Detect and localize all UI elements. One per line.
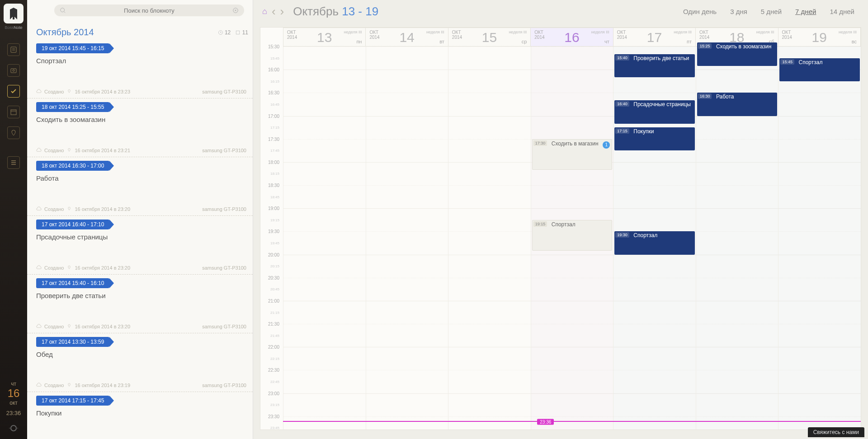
event-title: Сходить в магазин (552, 140, 599, 147)
note-tag: 17 окт 2014 16:40 - 17:10 (36, 220, 109, 229)
event-title: Спортзал (552, 221, 576, 228)
clear-icon[interactable] (232, 7, 239, 14)
sidebar-check-icon[interactable] (7, 85, 20, 98)
view-tab-1[interactable]: 3 дня (730, 8, 747, 15)
contact-button[interactable]: Свяжитесь с нами (808, 427, 864, 437)
day-header[interactable]: ОКТ201415неделя IIIср (448, 28, 531, 47)
day-column[interactable] (283, 47, 366, 430)
calendar-event[interactable]: 19:30Спортзал (614, 231, 695, 254)
prev-arrow[interactable]: ‹ (272, 5, 276, 19)
search-input[interactable] (66, 7, 232, 14)
calendar-event[interactable]: 19:15Спортзал (532, 220, 613, 251)
svg-rect-3 (11, 110, 16, 115)
time-sublabel: 17:15 (270, 126, 279, 130)
time-sublabel: 19:15 (270, 218, 279, 222)
sidebar-calendar-icon[interactable] (7, 106, 20, 118)
day-column[interactable] (366, 47, 448, 430)
note-card[interactable]: 18 окт 2014 16:30 - 17:00 Работа Создано… (27, 157, 253, 216)
day-header[interactable]: ОКТ201414неделя IIIвт (366, 28, 448, 47)
event-time: 19:30 (615, 232, 629, 238)
note-meta: Создано16 октября 2014 в 23:20 samsung G… (36, 324, 246, 329)
note-meta: Создано16 октября 2014 в 23:23 samsung G… (36, 89, 246, 94)
cloud-icon (36, 89, 42, 94)
note-card[interactable]: 17 окт 2014 13:30 - 13:59 Обед Создано16… (27, 333, 253, 392)
note-title: Работа (36, 174, 246, 182)
sidebar-date-widget: чт 16 окт 23:36 (0, 381, 27, 416)
note-title: Прсадочные страницы (36, 233, 246, 241)
search-box[interactable] (54, 5, 244, 16)
calendar-title: Октябрь 13 - 19 (293, 5, 378, 19)
event-time: 15:45 (780, 59, 794, 65)
time-label: 20:00 (268, 252, 279, 257)
notes-list[interactable]: 19 окт 2014 15:45 - 16:15 Спортзал Созда… (27, 40, 253, 439)
note-meta: Создано16 октября 2014 в 23:19 samsung G… (36, 383, 246, 388)
time-label: 19:30 (268, 229, 279, 234)
note-card[interactable]: 17 окт 2014 15:40 - 16:10 Проверить две … (27, 275, 253, 333)
note-tag: 17 окт 2014 17:15 - 17:45 (36, 396, 109, 406)
view-tab-3[interactable]: 7 дней (795, 8, 816, 15)
note-title: Сходить в зоомагазин (36, 116, 246, 123)
svg-point-2 (13, 70, 14, 71)
next-arrow[interactable]: › (280, 5, 284, 19)
time-grid: ОКТ201413неделя IIIпнОКТ201414неделя III… (260, 27, 861, 430)
calendar-event[interactable]: 17:15Покупки (614, 127, 695, 150)
sidebar-location-icon[interactable] (7, 126, 20, 139)
day-header[interactable]: ОКТ201413неделя IIIпн (283, 28, 366, 47)
pin-icon (66, 265, 72, 271)
sidebar-photo-icon[interactable] (7, 64, 20, 77)
event-time: 17:15 (615, 128, 629, 134)
search-icon (60, 7, 66, 14)
event-time: 17:30 (533, 140, 547, 146)
day-column[interactable] (448, 47, 531, 430)
day-header[interactable]: ОКТ201417неделя IIIпт (613, 28, 696, 47)
note-card[interactable]: 18 окт 2014 15:25 - 15:55 Сходить в зоом… (27, 98, 253, 157)
note-title: Спортзал (36, 57, 246, 65)
time-label: 16:30 (268, 90, 279, 95)
note-card[interactable]: 19 окт 2014 15:45 - 16:15 Спортзал Созда… (27, 40, 253, 98)
sidebar-list-icon[interactable] (7, 156, 20, 169)
day-column[interactable]: 17:30Сходить в магазин119:15Спортзал (531, 47, 613, 430)
time-sublabel: 16:45 (270, 102, 279, 106)
note-meta: Создано16 октября 2014 в 23:20 samsung G… (36, 206, 246, 212)
home-icon[interactable]: ⌂ (262, 7, 267, 16)
calendar-event[interactable]: 15:40Проверить две статьи (614, 54, 695, 77)
pin-icon (66, 206, 72, 212)
day-header[interactable]: ОКТ201416неделя IIIчт (531, 28, 613, 47)
view-tab-4[interactable]: 14 дней (830, 8, 854, 15)
note-meta: Создано16 октября 2014 в 23:21 samsung G… (36, 148, 246, 153)
note-tag: 17 окт 2014 15:40 - 16:10 (36, 278, 109, 288)
pin-icon (66, 383, 72, 388)
calendar-event[interactable]: 17:30Сходить в магазин1 (532, 139, 613, 170)
app-logo[interactable] (4, 4, 24, 23)
event-title: Спортзал (633, 232, 657, 238)
note-tag: 19 окт 2014 15:45 - 16:15 (36, 43, 109, 53)
view-tab-2[interactable]: 5 дней (761, 8, 782, 15)
calendar-event[interactable]: 15:25Сходить в зоомагазин (697, 42, 778, 65)
note-card[interactable]: 17 окт 2014 17:15 - 17:45 Покупки Создан… (27, 392, 253, 439)
cloud-icon (36, 148, 42, 153)
current-time-line: 23:36 (283, 421, 861, 422)
sidebar-note-icon[interactable] (7, 43, 20, 56)
event-time: 15:40 (615, 55, 629, 61)
day-column[interactable]: 15:45Спортзал (778, 47, 861, 430)
time-sublabel: 18:15 (270, 172, 279, 176)
current-time-badge: 23:36 (537, 419, 554, 425)
note-card[interactable]: 17 окт 2014 16:40 - 17:10 Прсадочные стр… (27, 216, 253, 275)
calendar-event[interactable]: 16:30Работа (697, 93, 778, 116)
time-sublabel: 15:45 (270, 56, 279, 60)
calendar-event[interactable]: 15:45Спортзал (779, 58, 860, 81)
event-time: 19:15 (533, 221, 547, 227)
time-sublabel: 21:15 (270, 310, 279, 314)
day-column[interactable]: 15:25Сходить в зоомагазин16:30Работа (696, 47, 778, 430)
day-column[interactable]: 15:40Проверить две статьи16:40Прсадочные… (613, 47, 696, 430)
note-title: Покупки (36, 409, 246, 417)
day-header[interactable]: ОКТ201419неделя IIIвс (778, 28, 861, 47)
clock-icon (218, 30, 223, 35)
time-label: 21:30 (268, 322, 279, 327)
calendar-event[interactable]: 16:40Прсадочные страницы (614, 100, 695, 123)
view-tab-0[interactable]: Один день (683, 8, 717, 15)
note-count-icon (235, 30, 241, 35)
pin-icon (66, 89, 72, 94)
sync-icon[interactable] (8, 423, 19, 434)
time-label: 16:00 (268, 67, 279, 72)
